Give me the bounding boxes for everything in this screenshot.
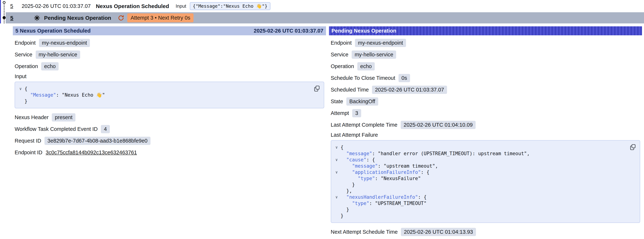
code-line: "type": "UPSTREAM_TIMEOUT" <box>332 200 627 206</box>
code-line: } <box>332 213 627 219</box>
field-label: Operation <box>331 63 354 69</box>
field-label: Service <box>15 52 32 58</box>
field-value-badge: my-nexus-endpoint <box>39 39 90 47</box>
selected-event-indicator-bar <box>0 0 1 24</box>
json-code: ∨{ "message": "handler error (UPSTREAM_T… <box>332 144 627 219</box>
copy-button[interactable] <box>629 143 637 152</box>
scheduled-event-header[interactable]: 5 Nexus Operation Scheduled 2025-02-26 U… <box>13 26 326 35</box>
field-value-badge: echo <box>357 62 375 70</box>
field-value-badge: my-nexus-endpoint <box>355 39 406 47</box>
field-label: Attempt <box>331 110 349 116</box>
code-line: "type": "NexusFailure" <box>332 175 627 182</box>
field-label: Endpoint <box>15 40 36 46</box>
field-label: Workflow Task Completed Event ID <box>15 126 98 132</box>
field-row-attempt: Attempt 3 <box>331 108 640 118</box>
pending-operation-header-title: Pending Nexus Operation <box>332 28 396 34</box>
code-line: "message": "upstream timeout", <box>332 163 627 169</box>
pending-spinner-icon <box>34 15 40 21</box>
copy-icon <box>314 85 320 92</box>
state-badge: BackingOff <box>346 97 378 106</box>
retry-icon <box>118 15 124 21</box>
field-label: Operation <box>15 63 38 69</box>
input-label: Input <box>176 3 186 9</box>
field-value-badge: my-hello-service <box>36 50 80 59</box>
field-row-nexus-header: Nexus Header present <box>15 113 324 122</box>
copy-icon <box>630 144 636 150</box>
field-label: Scheduled Time <box>331 87 369 93</box>
field-row-request-id: Request ID 3e829b7e-7d67-4b08-aad3-b1e86… <box>15 136 324 145</box>
field-label: Last Attempt Complete Time <box>331 122 398 128</box>
field-row-schedule-to-close-timeout: Schedule To Close Timeout 0s <box>331 74 640 82</box>
code-line: "message": "handler error (UPSTREAM_TIME… <box>332 150 627 157</box>
field-value-badge: echo <box>41 62 58 70</box>
field-value-badge: my-hello-service <box>352 50 396 59</box>
attempt-retry-badge: Attempt 3 • Next Retry 0s <box>127 13 194 22</box>
field-row-wft-completed-event-id: Workflow Task Completed Event ID 4 <box>15 124 324 134</box>
code-line: "Message": "Nexus Echo 👋" <box>16 92 311 98</box>
field-row-operation: Operation echo <box>15 62 324 71</box>
field-value-badge: present <box>52 113 76 122</box>
field-label: Endpoint ID <box>15 150 42 156</box>
event-title: Nexus Operation Scheduled <box>96 3 169 9</box>
field-row-last-attempt-complete-time: Last Attempt Complete Time 2025-02-26 UT… <box>331 120 640 130</box>
field-value-badge: 0s <box>398 74 410 82</box>
pending-operation-row[interactable]: 5 Pending Nexus Operation Attempt 3 • Ne… <box>6 12 644 24</box>
code-line: ∨ "cause": { <box>332 157 627 163</box>
input-json-block: ∨{ "Message": "Nexus Echo 👋"} <box>15 82 324 108</box>
collapse-chevron-icon[interactable]: ∨ <box>332 169 341 175</box>
event-row-scheduled[interactable]: 5 2025-02-26 UTC 01:03:37.07 Nexus Opera… <box>0 0 644 12</box>
pending-operation-body: Endpoint my-nexus-endpoint Service my-he… <box>329 35 642 236</box>
field-row-endpoint: Endpoint my-nexus-endpoint <box>331 38 640 48</box>
input-preview-chip[interactable]: {"Message":"Nexus Echo 👋"} <box>190 2 270 10</box>
json-code: ∨{ "Message": "Nexus Echo 👋"} <box>16 86 311 104</box>
field-value-badge: 2025-02-26 UTC 01:04:13.93 <box>401 228 476 236</box>
field-row-service: Service my-hello-service <box>331 50 640 59</box>
code-line: } <box>16 98 311 104</box>
collapse-chevron-icon[interactable]: ∨ <box>16 86 24 92</box>
pending-operation-header[interactable]: Pending Nexus Operation <box>329 26 642 35</box>
event-id-link[interactable]: 5 <box>10 3 13 9</box>
timeline-node-filled-icon <box>2 16 6 19</box>
pending-row-title: Pending Nexus Operation <box>44 15 111 21</box>
field-label: Service <box>331 52 348 58</box>
scheduled-event-header-title: 5 Nexus Operation Scheduled <box>16 28 90 34</box>
field-row-endpoint: Endpoint my-nexus-endpoint <box>15 38 324 48</box>
code-line: ∨ "applicationFailureInfo": { <box>332 169 627 175</box>
field-label: Endpoint <box>331 40 352 46</box>
collapse-chevron-icon[interactable]: ∨ <box>332 157 341 163</box>
field-row-state: State BackingOff <box>331 97 640 106</box>
code-line: ∨ "nexusHandlerFailureInfo": { <box>332 194 627 200</box>
field-value-badge: 2025-02-26 UTC 01:04:10.09 <box>401 121 476 129</box>
timeline-rail <box>1 0 6 24</box>
field-row-operation: Operation echo <box>331 62 640 71</box>
copy-button[interactable] <box>313 84 321 93</box>
field-label: Schedule To Close Timeout <box>331 75 396 81</box>
field-label: State <box>331 98 343 104</box>
pending-operation-panel: Pending Nexus Operation Endpoint my-nexu… <box>329 26 642 239</box>
field-label: Nexus Header <box>15 114 48 120</box>
field-value-badge: 2025-02-26 UTC 01:03:37.07 <box>372 86 447 94</box>
field-row-next-attempt-schedule-time: Next Attempt Schedule Time 2025-02-26 UT… <box>331 227 640 236</box>
field-value-badge: 4 <box>101 125 110 133</box>
field-label: Next Attempt Schedule Time <box>331 229 398 235</box>
collapse-chevron-icon[interactable]: ∨ <box>332 144 341 150</box>
scheduled-event-header-time: 2025-02-26 UTC 01:03:37.07 <box>254 28 323 34</box>
field-value-badge: 3e829b7e-7d67-4b08-aad3-b1e868bfe9e0 <box>44 137 150 145</box>
endpoint-id-link[interactable]: 3c0c75ccfa8144b092c13ce632463761 <box>46 150 137 156</box>
field-row-scheduled-time: Scheduled Time 2025-02-26 UTC 01:03:37.0… <box>331 85 640 94</box>
code-line: }, <box>332 188 627 194</box>
field-row-service: Service my-hello-service <box>15 50 324 59</box>
code-line: } <box>332 182 627 188</box>
event-detail-area: 5 Nexus Operation Scheduled 2025-02-26 U… <box>13 26 642 239</box>
pending-event-id-link[interactable]: 5 <box>10 15 13 21</box>
collapse-chevron-icon[interactable]: ∨ <box>332 194 341 200</box>
failure-json-block: ∨{ "message": "handler error (UPSTREAM_T… <box>331 140 640 223</box>
code-line: } <box>332 206 627 213</box>
input-section-label: Input <box>15 74 324 80</box>
timeline-node-open-icon <box>3 1 6 4</box>
field-row-endpoint-id: Endpoint ID 3c0c75ccfa8144b092c13ce63246… <box>15 148 324 157</box>
field-value-badge: 3 <box>352 109 361 117</box>
event-time: 2025-02-26 UTC 01:03:37.07 <box>22 3 90 9</box>
timeline-connector <box>4 4 4 24</box>
scheduled-event-body: Endpoint my-nexus-endpoint Service my-he… <box>13 35 326 157</box>
